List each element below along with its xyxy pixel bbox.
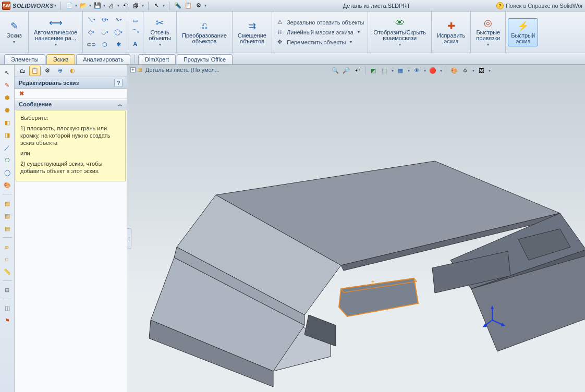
rect-tool-icon[interactable]: ▭ [129, 16, 141, 26]
prev-view-icon[interactable]: ↶ [352, 66, 362, 75]
rail-feature5-icon[interactable]: ⎔ [3, 155, 12, 165]
rectangle-icon[interactable]: ◇▾ [85, 27, 98, 38]
rail-feature2-icon[interactable]: ⬣ [3, 105, 12, 115]
rail-feature4-icon[interactable]: ◨ [3, 130, 12, 140]
panel-help-button[interactable]: ? [114, 79, 123, 87]
options-icon[interactable]: 📋 [184, 2, 192, 10]
view-settings-icon[interactable]: ⛭ [460, 66, 470, 75]
rail-measure-icon[interactable]: 📏 [3, 267, 12, 276]
rail-feature6-icon[interactable]: ◯ [3, 168, 12, 177]
undo-icon[interactable]: ↶ [121, 2, 130, 10]
offset-button[interactable]: ⇉ Смещениеобъектов [235, 18, 270, 46]
repair-sketch-button[interactable]: ✚ Исправитьэскиз [434, 18, 468, 46]
app-dd[interactable]: ▾ [439, 66, 443, 75]
orient-dd[interactable]: ▾ [391, 66, 394, 75]
display-relations-button[interactable]: 👁 Отобразить/Скрытьвзаимосвязи ▾ [370, 15, 429, 49]
new-dd[interactable]: ▾ [75, 2, 78, 10]
section-view-icon[interactable]: ◩ [369, 66, 378, 75]
rail-line-icon[interactable]: ／ [3, 143, 12, 152]
select-dd[interactable]: ▾ [162, 2, 166, 10]
print-icon[interactable]: 🖨 [107, 2, 116, 10]
new-doc-icon[interactable]: 📄 [65, 2, 74, 10]
polygon-icon[interactable]: ⬡ [99, 39, 111, 51]
rail-appearance-icon[interactable]: 🎨 [3, 180, 12, 190]
pm-tab-config[interactable]: ⚙ [42, 66, 53, 76]
redo-icon[interactable]: 🗐 [132, 2, 140, 10]
feature-tree-flyout[interactable]: + 🗎 Деталь из листа (По умол... [130, 67, 220, 73]
rail-select-icon[interactable]: ↖ [3, 68, 12, 77]
view-orient-icon[interactable]: ⬚ [380, 66, 389, 75]
rail-sheet1-icon[interactable]: ▧ [3, 199, 12, 208]
hide-dd[interactable]: ▾ [423, 66, 426, 75]
rail-bend1-icon[interactable]: ⎄ [3, 242, 12, 251]
options2-icon[interactable]: ⚙ [194, 2, 203, 10]
apply-scene-icon[interactable]: 🎨 [449, 66, 459, 75]
print-dd[interactable]: ▾ [117, 2, 120, 10]
spline-icon[interactable]: ∿▾ [112, 14, 125, 26]
line-icon[interactable]: ＼▾ [85, 14, 98, 26]
save-icon[interactable]: 💾 [93, 2, 102, 10]
rail-feature3-icon[interactable]: ◧ [3, 118, 12, 127]
circle-icon[interactable]: ⊙▾ [99, 14, 111, 26]
pm-tab-dim[interactable]: ⊕ [54, 66, 66, 76]
rapid-sketch-button[interactable]: ⚡ Быстрыйэскиз [508, 18, 538, 46]
tab-evaluate[interactable]: Анализировать [76, 54, 130, 64]
select-icon[interactable]: ↖ [153, 2, 161, 10]
collapse-icon[interactable]: ︽ [118, 101, 123, 108]
ellipse-icon[interactable]: ◯▾ [112, 27, 125, 38]
zoom-fit-icon[interactable]: 🔍 [331, 66, 340, 75]
slot-icon[interactable]: ⊂⊃ [85, 39, 98, 51]
rail-misc1-icon[interactable]: ⊞ [3, 285, 12, 295]
rail-sheet2-icon[interactable]: ▨ [3, 211, 12, 220]
vs-dd[interactable]: ▾ [471, 66, 475, 75]
breadcrumb-config: (По умол... [191, 67, 220, 73]
rebuild-icon[interactable]: 🔦 [174, 2, 182, 10]
edit-appearance-icon[interactable]: 🔴 [428, 66, 437, 75]
app-menu-dropdown[interactable]: ▾ [54, 2, 57, 10]
zoom-area-icon[interactable]: 🔎 [342, 66, 351, 75]
rail-sketch-icon[interactable]: ✎ [3, 80, 12, 90]
quick-snaps-button[interactable]: ◎ Быстрыепривязки ▾ [473, 15, 503, 49]
rail-sheet3-icon[interactable]: ▤ [3, 224, 12, 233]
rail-misc3-icon[interactable]: ⚑ [3, 316, 12, 325]
pm-tab-property[interactable]: 📋 [29, 66, 41, 76]
opt-dd[interactable]: ▾ [204, 2, 208, 10]
hide-show-icon[interactable]: 👁 [412, 66, 421, 75]
rail-bend2-icon[interactable]: ⎅ [3, 254, 12, 264]
smart-dimension-button[interactable]: ⟷ Автоматическоенанесение ра... ▾ [31, 15, 80, 49]
sketch-button[interactable]: ✎ Эскиз ▾ [2, 18, 26, 46]
rail-feature1-icon[interactable]: ⬢ [3, 93, 12, 102]
open-dd[interactable]: ▾ [89, 2, 92, 10]
style-dd[interactable]: ▾ [407, 66, 410, 75]
pm-tab-display[interactable]: ◐ [67, 66, 78, 76]
render-icon[interactable]: 🖼 [477, 66, 486, 75]
fillet-icon[interactable]: ⌒▾ [129, 27, 141, 38]
cancel-icon[interactable]: ✖ [18, 90, 25, 97]
pm-tab-feature-tree[interactable]: 🗂 [17, 66, 28, 76]
help-search[interactable]: ? Поиск в Справке по SolidWor [496, 2, 583, 9]
tab-office[interactable]: Продукты Office [177, 54, 233, 64]
display-style-icon[interactable]: ▦ [396, 66, 405, 75]
redo-dd[interactable]: ▾ [141, 2, 145, 10]
expand-icon[interactable]: + [130, 67, 136, 72]
point-icon[interactable]: ✱ [112, 39, 125, 51]
open-icon[interactable]: 📂 [79, 2, 88, 10]
trim-button[interactable]: ✂ Отсечьобъекты ▾ [145, 15, 174, 49]
message-section-header[interactable]: Сообщение ︽ [15, 99, 127, 109]
panel-collapse-handle[interactable]: ⟨ [127, 228, 131, 249]
move-entities-button[interactable]: ✥Переместить объекты▾ [274, 38, 365, 47]
move-icon: ✥ [276, 38, 284, 46]
save-dd[interactable]: ▾ [103, 2, 106, 10]
tab-dimxpert[interactable]: DimXpert [138, 54, 176, 64]
convert-entities-button[interactable]: ⎌ Преобразованиеобъектов [179, 18, 230, 46]
panel-title-bar: Редактировать эскиз ? [15, 77, 127, 89]
tab-features[interactable]: Элементы [4, 54, 45, 64]
graphics-viewport[interactable]: + 🗎 Деталь из листа (По умол... 🔍 🔎 ↶ ◩ … [127, 65, 585, 392]
mirror-button[interactable]: ⚠Зеркально отразить объекты [274, 18, 365, 27]
rail-misc2-icon[interactable]: ◫ [3, 303, 12, 313]
linear-pattern-button[interactable]: ⁞⁞Линейный массив эскиза▾ [274, 28, 365, 37]
rn-dd[interactable]: ▾ [488, 66, 491, 75]
arc-icon[interactable]: ◡▾ [99, 27, 111, 38]
text-icon[interactable]: A [129, 39, 141, 49]
tab-sketch[interactable]: Эскиз [46, 54, 75, 64]
